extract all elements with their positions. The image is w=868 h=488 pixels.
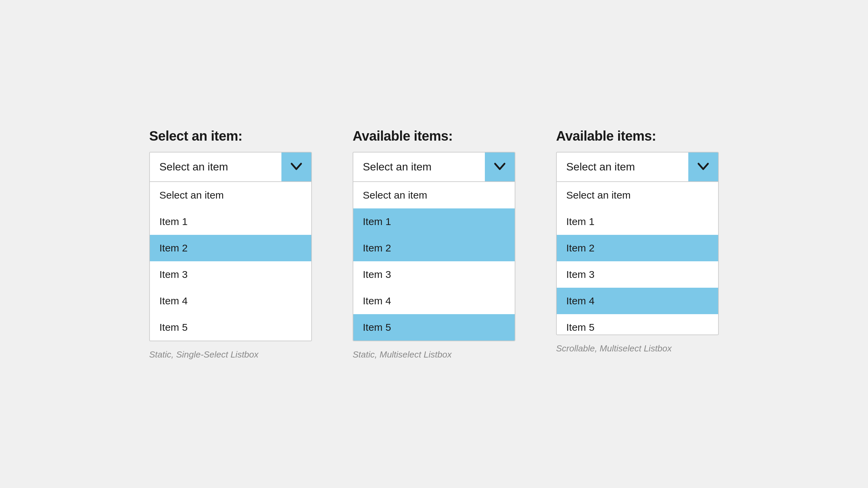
list-items-multiselect-static: Select an itemItem 1Item 2Item 3Item 4It… xyxy=(353,182,515,341)
section-caption-single-select: Static, Single-Select Listbox xyxy=(149,349,312,360)
chevron-down-icon xyxy=(697,161,709,172)
dropdown-label-single-select: Select an item xyxy=(150,152,281,181)
list-item-multiselect-scrollable-1[interactable]: Item 1 xyxy=(557,208,718,235)
chevron-down-icon xyxy=(494,161,506,172)
section-title-single-select: Select an item: xyxy=(149,128,312,144)
list-item-multiselect-scrollable-5[interactable]: Item 5 xyxy=(557,314,718,334)
dropdown-label-multiselect-scrollable: Select an item xyxy=(557,152,688,181)
list-item-multiselect-static-4[interactable]: Item 4 xyxy=(353,288,515,314)
section-multiselect-static: Available items:Select an itemSelect an … xyxy=(353,128,515,360)
listbox-single-select: Select an itemSelect an itemItem 1Item 2… xyxy=(149,152,312,341)
dropdown-header-multiselect-static: Select an item xyxy=(353,152,515,182)
page-container: Select an item:Select an itemSelect an i… xyxy=(122,101,746,387)
dropdown-header-single-select: Select an item xyxy=(150,152,311,182)
dropdown-label-multiselect-static: Select an item xyxy=(353,152,485,181)
section-multiselect-scrollable: Available items:Select an itemSelect an … xyxy=(556,128,719,354)
list-item-multiselect-scrollable-2[interactable]: Item 2 xyxy=(557,235,718,261)
list-item-multiselect-static-1[interactable]: Item 1 xyxy=(353,208,515,235)
section-title-multiselect-scrollable: Available items: xyxy=(556,128,719,144)
list-item-single-select-3[interactable]: Item 3 xyxy=(150,261,311,288)
list-item-single-select-5[interactable]: Item 5 xyxy=(150,314,311,341)
list-item-single-select-4[interactable]: Item 4 xyxy=(150,288,311,314)
list-item-multiselect-static-3[interactable]: Item 3 xyxy=(353,261,515,288)
dropdown-toggle-single-select[interactable] xyxy=(281,152,311,181)
list-item-multiselect-scrollable-0[interactable]: Select an item xyxy=(557,182,718,208)
chevron-down-icon xyxy=(290,161,302,172)
list-items-multiselect-scrollable: Select an itemItem 1Item 2Item 3Item 4It… xyxy=(557,182,718,334)
dropdown-toggle-multiselect-scrollable[interactable] xyxy=(688,152,718,181)
listbox-multiselect-static: Select an itemSelect an itemItem 1Item 2… xyxy=(353,152,515,341)
list-item-multiselect-static-0[interactable]: Select an item xyxy=(353,182,515,208)
list-item-multiselect-static-2[interactable]: Item 2 xyxy=(353,235,515,261)
dropdown-header-multiselect-scrollable: Select an item xyxy=(557,152,718,182)
list-item-multiselect-scrollable-3[interactable]: Item 3 xyxy=(557,261,718,288)
list-item-single-select-1[interactable]: Item 1 xyxy=(150,208,311,235)
section-single-select: Select an item:Select an itemSelect an i… xyxy=(149,128,312,360)
section-caption-multiselect-static: Static, Multiselect Listbox xyxy=(353,349,515,360)
dropdown-toggle-multiselect-static[interactable] xyxy=(485,152,515,181)
list-item-single-select-0[interactable]: Select an item xyxy=(150,182,311,208)
list-item-multiselect-static-5[interactable]: Item 5 xyxy=(353,314,515,341)
listbox-multiselect-scrollable: Select an itemSelect an itemItem 1Item 2… xyxy=(556,152,719,335)
list-item-multiselect-scrollable-4[interactable]: Item 4 xyxy=(557,288,718,314)
section-caption-multiselect-scrollable: Scrollable, Multiselect Listbox xyxy=(556,343,719,354)
list-items-single-select: Select an itemItem 1Item 2Item 3Item 4It… xyxy=(150,182,311,341)
section-title-multiselect-static: Available items: xyxy=(353,128,515,144)
list-item-single-select-2[interactable]: Item 2 xyxy=(150,235,311,261)
